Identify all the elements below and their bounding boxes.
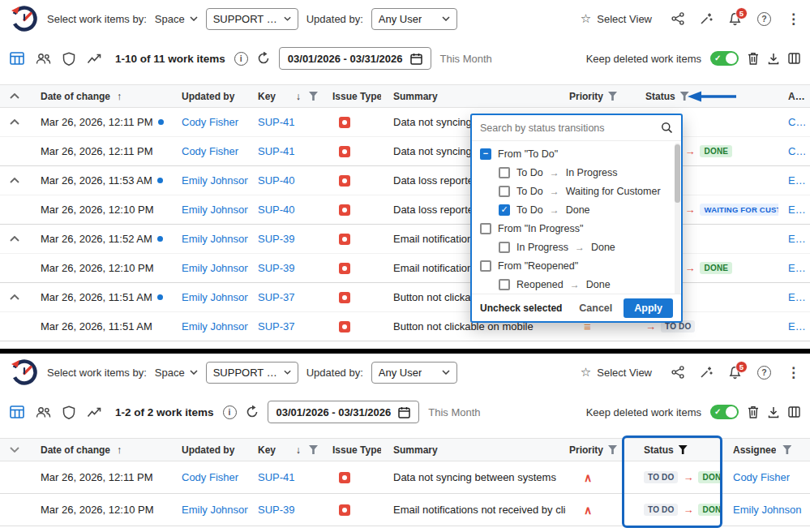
- assignee-link[interactable]: Emily Johnson: [788, 262, 805, 274]
- issue-key-link[interactable]: SUP-40: [258, 174, 295, 187]
- collapse-all-chevron-icon[interactable]: [10, 93, 19, 99]
- users-view-button[interactable]: [36, 53, 51, 65]
- notifications-button[interactable]: 5: [728, 12, 742, 26]
- assignee-filter-icon[interactable]: [782, 445, 791, 454]
- help-button[interactable]: ?: [757, 12, 771, 26]
- sort-asc-icon[interactable]: ↑: [117, 444, 122, 456]
- checkbox[interactable]: [499, 242, 510, 253]
- shield-view-button[interactable]: [62, 405, 75, 419]
- more-menu-button[interactable]: ⋮: [786, 364, 800, 381]
- expand-chevron-icon[interactable]: [10, 119, 19, 125]
- date-range-picker[interactable]: 03/01/2026 - 03/31/2026: [279, 47, 431, 70]
- collapse-all-chevron-icon[interactable]: [10, 447, 19, 453]
- issue-key-link[interactable]: SUP-39: [258, 233, 295, 245]
- issue-key-link[interactable]: SUP-39: [258, 504, 295, 516]
- table-view-button[interactable]: [10, 405, 24, 418]
- status-filter-option[interactable]: Reopened→Done: [472, 275, 681, 294]
- info-button[interactable]: i: [223, 405, 237, 419]
- updated-by-link[interactable]: Emily Johnson: [182, 320, 248, 332]
- download-button[interactable]: [768, 53, 779, 65]
- issue-key-link[interactable]: SUP-37: [258, 291, 295, 303]
- select-view-button[interactable]: ☆ Select View: [581, 11, 652, 26]
- updated-by-link[interactable]: Emily Johnson: [182, 291, 248, 303]
- keep-deleted-toggle[interactable]: [710, 51, 739, 66]
- updated-by-link[interactable]: Cody Fisher: [182, 116, 238, 128]
- checkbox[interactable]: [499, 167, 510, 178]
- updated-by-link[interactable]: Emily Johnson: [182, 204, 248, 216]
- issue-key-link[interactable]: SUP-41: [258, 471, 295, 483]
- apply-button[interactable]: Apply: [624, 298, 673, 318]
- key-filter-icon[interactable]: [309, 445, 318, 454]
- issue-key-link[interactable]: SUP-41: [258, 116, 295, 128]
- issue-key-link[interactable]: SUP-37: [258, 320, 295, 332]
- updated-by-link[interactable]: Emily Johnson: [182, 262, 248, 274]
- updated-by-link[interactable]: Cody Fisher: [182, 471, 238, 483]
- share-button[interactable]: [671, 12, 684, 25]
- chart-view-button[interactable]: [87, 406, 101, 418]
- magic-wand-button[interactable]: [700, 366, 713, 379]
- key-filter-icon[interactable]: [309, 92, 318, 101]
- sort-desc-icon[interactable]: ↓: [296, 444, 301, 456]
- uncheck-selected-button[interactable]: Uncheck selected: [480, 302, 562, 314]
- shield-view-button[interactable]: [62, 52, 75, 66]
- trash-button[interactable]: [748, 52, 759, 65]
- checkbox[interactable]: [480, 223, 491, 234]
- space-select[interactable]: Space: [155, 13, 198, 25]
- cancel-button[interactable]: Cancel: [579, 302, 612, 314]
- assignee-link[interactable]: Cody Fisher: [788, 116, 805, 128]
- download-button[interactable]: [768, 406, 779, 418]
- assignee-link[interactable]: Emily Johnson: [733, 504, 802, 516]
- refresh-button[interactable]: [257, 52, 270, 65]
- project-select[interactable]: SUPPORT [S...: [206, 8, 298, 30]
- status-filter-option[interactable]: To Do→In Progress: [472, 163, 681, 182]
- chart-view-button[interactable]: [87, 53, 101, 64]
- table-view-button[interactable]: [10, 52, 24, 65]
- sort-asc-icon[interactable]: ↑: [117, 91, 122, 102]
- select-view-button[interactable]: ☆ Select View: [581, 365, 652, 380]
- help-button[interactable]: ?: [757, 366, 771, 380]
- updated-by-link[interactable]: Emily Johnson: [182, 233, 248, 245]
- issue-key-link[interactable]: SUP-39: [258, 262, 295, 274]
- status-filter-option[interactable]: In Progress→Done: [472, 238, 681, 256]
- checkbox[interactable]: [480, 148, 491, 160]
- status-filter-option[interactable]: To Do→Waiting for Customer: [472, 182, 681, 200]
- updated-by-link[interactable]: Emily Johnson: [182, 504, 248, 516]
- columns-button[interactable]: [788, 406, 800, 418]
- expand-chevron-icon[interactable]: [10, 294, 19, 300]
- date-range-picker[interactable]: 03/01/2026 - 03/31/2026: [268, 401, 420, 423]
- trash-button[interactable]: [748, 405, 759, 418]
- assignee-link[interactable]: Emily Johnson: [788, 204, 805, 216]
- status-filter-option[interactable]: From "In Progress": [472, 219, 681, 238]
- magic-wand-button[interactable]: [700, 12, 713, 25]
- assignee-link[interactable]: Emily Johnson: [788, 320, 805, 332]
- expand-chevron-icon[interactable]: [10, 178, 19, 183]
- keep-deleted-toggle[interactable]: [710, 405, 739, 419]
- issue-key-link[interactable]: SUP-40: [258, 204, 295, 216]
- columns-button[interactable]: [788, 53, 800, 64]
- scrollbar-track[interactable]: [675, 143, 680, 294]
- assignee-link[interactable]: Cody Fisher: [788, 145, 805, 157]
- space-select[interactable]: Space: [155, 367, 198, 379]
- status-filter-icon[interactable]: [680, 92, 689, 101]
- scrollbar-thumb[interactable]: [675, 144, 680, 203]
- priority-filter-icon[interactable]: [608, 92, 617, 101]
- assignee-link[interactable]: Emily Johnson: [788, 174, 805, 187]
- more-menu-button[interactable]: ⋮: [786, 11, 800, 28]
- assignee-link[interactable]: Emily Johnson: [788, 233, 805, 245]
- assignee-link[interactable]: Emily Johnson: [788, 291, 805, 303]
- users-view-button[interactable]: [36, 406, 51, 418]
- user-select[interactable]: Any User: [371, 8, 457, 30]
- user-select[interactable]: Any User: [371, 362, 457, 384]
- status-filter-option[interactable]: From "To Do": [472, 144, 681, 163]
- checkbox[interactable]: [499, 279, 510, 290]
- notifications-button[interactable]: 5: [728, 366, 742, 380]
- project-select[interactable]: SUPPORT [S...: [206, 362, 298, 384]
- status-filter-option[interactable]: From "Reopened": [472, 256, 681, 275]
- checkbox[interactable]: [480, 260, 491, 272]
- priority-filter-icon[interactable]: [608, 445, 617, 454]
- status-filter-icon[interactable]: [679, 445, 688, 454]
- status-search-input[interactable]: Search by status transitions: [472, 115, 681, 141]
- info-button[interactable]: i: [234, 52, 248, 66]
- refresh-button[interactable]: [246, 405, 259, 418]
- expand-chevron-icon[interactable]: [10, 236, 19, 242]
